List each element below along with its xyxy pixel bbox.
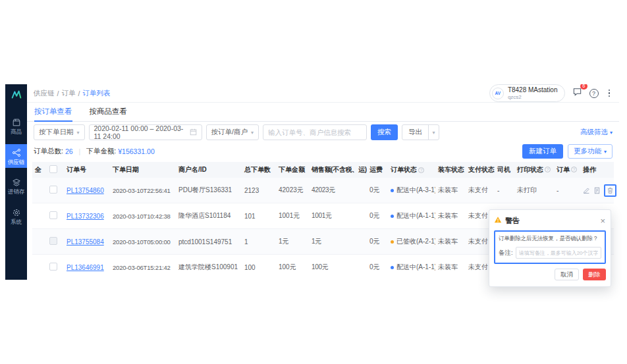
order-number-link[interactable]: PL13646991 [67,264,104,271]
col-amount: 下单金额 [276,165,310,174]
info-icon[interactable]: ? [545,167,551,172]
row-checkbox[interactable] [49,211,57,219]
more-menu-icon[interactable] [606,89,613,98]
total-qty: 2123 [242,187,276,194]
freight: 0元 [367,186,389,195]
user-account[interactable]: AV T8428 MAstation qzcs2 [489,84,565,102]
calendar-icon [190,128,197,137]
sidebar-item-supply-chain[interactable]: 供应链 [5,144,27,169]
load-status: 未装车 [435,186,466,195]
order-status: 配送中(A-1-1) [396,211,435,221]
col-status: 订单状态 [391,165,417,174]
chevron-down-icon: ▾ [610,130,613,136]
status-dot [391,215,394,218]
order-count-value: 26 [65,147,73,155]
topbar: 供应链 / 订单 / 订单列表 AV T8428 MAstation qzcs2 [27,84,619,103]
advanced-filter-link[interactable]: 高级筛选 ▾ [580,128,613,137]
order-date: 2020-03-10T05:00:00 [111,238,177,246]
chevron-down-icon: ▾ [604,149,607,155]
order-date: 2020-03-10T10:42:38 [111,213,177,220]
sidebar-item-inventory[interactable]: 进销存 [5,174,27,198]
info-icon[interactable]: ? [571,167,577,172]
order-date: 2020-03-06T15:21:42 [111,264,177,271]
breadcrumb-supply-chain[interactable]: 供应链 [34,89,55,98]
edit-icon[interactable] [583,187,590,194]
sidebar-item-goods[interactable]: 商品 [5,114,27,138]
messages-button[interactable]: 6 [572,87,582,99]
sidebar-item-label: 商品 [11,129,22,135]
note-input[interactable] [516,247,601,259]
order-amount-label: 下单金额: [86,147,116,156]
chat-icon [572,88,582,99]
date-type-select[interactable]: 按下单日期 ▾ [34,124,85,140]
chevron-down-icon[interactable]: ▾ [428,125,439,140]
order-status: 已签收(A-2-1) [396,237,435,246]
sales-amount: 1元 [310,237,367,246]
order-number-link[interactable]: PL13732306 [67,213,104,220]
notification-badge: 6 [580,84,587,90]
load-status: 未装车 [435,211,466,221]
col-date: 下单日期 [111,165,177,174]
tab-by-product[interactable]: 按商品查看 [90,103,128,122]
inventory-icon [12,178,21,187]
note-label: 备注: [499,249,513,257]
search-type-select[interactable]: 按订单/商户 ▾ [206,124,259,140]
col-print-status: 打印状态 [517,166,543,173]
user-subname: qzcs2 [508,94,558,100]
breadcrumb-orders[interactable]: 订单 [61,89,75,98]
driver: - [495,187,514,194]
delete-confirm-dialog: 警告 × 订单删除之后无法恢复，是否确认删除？ 备注: 取消 删除 [489,209,611,287]
load-status: 未装车 [435,263,466,272]
sales-amount: 100元 [310,263,367,272]
freight: 0元 [367,263,389,272]
status-dot [391,240,394,244]
summary-divider: | [79,147,81,155]
sidebar-item-label: 进销存 [8,189,25,195]
new-order-button[interactable]: 新建订单 [522,144,563,159]
table-header: 全 订单号 下单日期 商户名/ID 总下单数 下单金额 销售额(不含税、运) 运… [32,162,614,178]
delete-icon[interactable] [604,184,616,197]
freight: 0元 [367,237,389,246]
close-icon[interactable]: × [599,217,606,225]
copy-icon[interactable] [593,187,601,194]
tab-by-order[interactable]: 按订单查看 [34,103,72,122]
sidebar-item-system[interactable]: 系统 [5,204,27,228]
merchant-name: 建筑学院楼S100901 [177,263,242,272]
delete-button[interactable]: 删除 [583,269,606,280]
page: 商品 供应链 进销存 系统 供应链 / 订单 [0,0,627,364]
merchant-name: PDU餐厅S136331 [177,186,242,195]
breadcrumb: 供应链 / 订单 / 订单列表 [34,89,110,98]
search-button[interactable]: 搜索 [371,124,398,140]
col-qty: 总下单数 [242,165,276,174]
order-number-link[interactable]: PL13755084 [67,238,104,246]
order-tag: - [554,187,580,194]
freight: 0元 [367,211,389,221]
breadcrumb-separator: / [78,90,80,97]
date-range-input[interactable]: 2020-02-11 00:00 – 2020-03-11 24:00 [89,124,202,140]
total-qty: 101 [242,213,276,220]
order-number-link[interactable]: PL13754860 [67,187,104,194]
supply-chain-icon [12,148,21,157]
print-status: 未打印 [514,186,554,195]
sidebar-item-label: 供应链 [8,159,25,165]
user-name: T8428 MAstation [508,86,558,94]
goods-icon [12,118,21,127]
user-zone: AV T8428 MAstation qzcs2 6 ? [489,84,613,102]
info-icon[interactable]: ? [418,167,424,173]
help-icon[interactable]: ? [589,89,599,98]
total-qty: 100 [242,264,276,271]
breadcrumb-separator: / [57,90,59,97]
total-qty: 1 [242,238,276,246]
merchant-name: ptcd1001S149751 [177,238,242,246]
more-functions-button[interactable]: 更多功能 ▾ [568,144,613,159]
order-status: 配送中(A-3-1) [396,186,435,195]
col-freight: 运费 [367,165,389,174]
row-checkbox[interactable] [49,186,57,194]
select-all-checkbox[interactable] [49,165,57,173]
export-button[interactable]: 导出 ▾ [402,124,439,140]
avatar: AV [492,88,504,99]
search-input[interactable] [263,124,367,140]
sidebar: 商品 供应链 进销存 系统 [5,84,27,280]
cancel-button[interactable]: 取消 [555,269,579,280]
row-checkbox[interactable] [49,263,57,271]
